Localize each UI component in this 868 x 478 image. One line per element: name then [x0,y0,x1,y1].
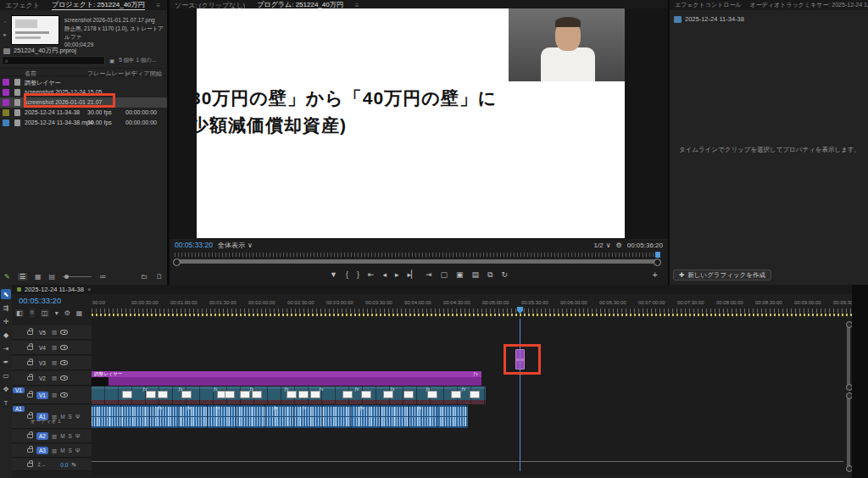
tab-effects[interactable]: エフェクト [5,1,40,10]
voiceover-record-icon[interactable]: Ψ [75,433,80,439]
video-track-header-v3[interactable]: V3▥ [12,356,92,370]
lock-icon[interactable] [27,331,33,335]
sync-lock-icon[interactable]: ▥ [52,375,57,381]
slip-tool[interactable]: ⇥ [1,343,11,353]
go-to-in-icon[interactable]: ⇤ [368,270,375,279]
add-marker-icon[interactable]: ▾ [55,309,58,317]
label-color-chip[interactable] [3,79,9,86]
tab-project[interactable]: プロジェクト: 251224_40万円 [52,0,145,10]
master-track-header[interactable]: ミ..0.0↹ [12,459,92,471]
preview-thumbnail[interactable] [11,15,59,45]
rectangle-tool[interactable]: ▭ [1,370,11,381]
voiceover-record-icon[interactable]: Ψ [75,414,80,420]
master-level-value[interactable]: 0.0 [60,462,68,468]
icon-view-icon[interactable]: ▦ [35,273,42,281]
program-playhead[interactable] [655,252,660,258]
label-color-chip[interactable] [3,99,9,106]
track-name-a2[interactable]: A2 [36,432,48,440]
program-zoom-scrollbar[interactable] [175,259,659,264]
settings-wrench-icon[interactable]: ⚙ [64,309,70,317]
audio-track-header-a3[interactable]: A3▥MSΨ [12,444,92,458]
toggle-track-output-icon[interactable] [60,330,68,335]
selection-tool[interactable]: ⬉ [1,289,11,299]
caption-icon[interactable]: ▦ [76,309,83,317]
button-editor-add-icon[interactable]: + [653,270,658,280]
label-color-chip[interactable] [3,89,9,96]
sync-lock-icon[interactable]: ▥ [52,344,57,351]
list-view-icon[interactable]: ☰ [18,273,27,281]
mark-out-icon[interactable]: } [357,270,359,279]
solo-button[interactable]: S [69,414,72,420]
sync-lock-icon[interactable]: ▥ [52,392,57,398]
lock-icon[interactable] [27,393,33,397]
track-name-v5[interactable]: V5 [36,329,48,336]
panel-menu-icon[interactable]: ≡ [157,2,161,9]
pen-tool[interactable]: ✒ [1,357,11,367]
mark-in-icon[interactable]: { [346,270,348,279]
thumbnail-zoom-slider[interactable] [63,276,92,277]
snap-icon[interactable]: ◧ [15,309,24,317]
lock-icon[interactable] [27,376,33,381]
voiceover-record-icon[interactable]: Ψ [75,447,80,453]
mute-button[interactable]: M [60,447,64,453]
settings-wrench-icon[interactable]: ⚙ [616,242,622,249]
lock-icon[interactable] [27,434,33,438]
toggle-track-output-icon[interactable] [60,392,68,397]
export-frame-icon[interactable]: ▤ [472,270,480,279]
video-track-header-v4[interactable]: V4▥ [12,341,92,355]
program-mini-ruler[interactable] [175,253,659,257]
source-patch-v1[interactable]: V1 [13,387,25,393]
video-track-header-v2[interactable]: V2▥ [12,371,92,386]
timeline-current-timecode[interactable]: 00:05:33:20 [19,296,61,305]
lift-icon[interactable]: ▢ [441,270,448,279]
clip-v1-video[interactable]: ƒxƒxƒxƒxƒxƒxƒxƒxƒxƒx [92,386,486,404]
audio-track-header-a2[interactable]: A2▥MSΨ [12,430,92,443]
lock-icon[interactable] [27,361,33,365]
toggle-track-output-icon[interactable] [60,375,68,381]
label-color-chip[interactable] [3,109,9,116]
sort-icon[interactable]: ≔ [99,273,106,281]
settings-icon[interactable]: ↻ [502,270,509,279]
new-bin-icon[interactable]: 🗀 [141,273,147,281]
go-to-out-icon[interactable]: ⇥ [426,270,432,279]
new-graphic-button[interactable]: ✚ 新しいグラフィックを作成 [673,270,771,281]
mute-button[interactable]: M [60,433,64,439]
filter-badge-icon[interactable]: ▣ [109,58,114,64]
project-item-row[interactable]: screenshot 2026-01-01 21.07 [0,97,167,108]
comparison-view-icon[interactable]: ⧉ [487,270,492,280]
toggle-track-output-icon[interactable] [60,360,68,365]
fit-track-icon[interactable]: ↹ [71,461,75,468]
razor-tool[interactable]: ◆ [1,330,11,340]
clip-v2-adjustment-layer[interactable]: 調整レイヤー ƒx [92,371,481,386]
solo-button[interactable]: S [69,433,72,439]
step-forward-icon[interactable]: ▸▏ [408,270,417,279]
video-tracks-scrollbar[interactable] [847,324,850,388]
solo-button[interactable]: S [69,447,72,453]
hand-tool[interactable]: ✥ [1,384,11,394]
play-icon[interactable]: ▸ [395,270,399,279]
sync-lock-icon[interactable]: ▥ [52,359,57,366]
audio-track-header-a1[interactable]: A1A1▥MSΨオーディオ 1 [12,405,92,429]
toggle-track-output-icon[interactable] [60,345,68,350]
project-item-row[interactable]: screenshot 2025-12-24 15.05 [0,87,167,97]
track-select-tool[interactable]: ⇶ [1,303,11,313]
play-preview-icon[interactable]: ▸ [3,31,7,38]
track-name-v2[interactable]: V2 [36,375,48,382]
type-tool[interactable]: T [1,397,11,408]
timeline-ruler[interactable]: 00:0000:00:30:0000:01:00:0000:01:30:0000… [92,297,852,319]
source-patch-a1[interactable]: A1 [13,406,25,412]
track-name-v1[interactable]: V1 [36,392,48,399]
sync-lock-icon[interactable]: ▥ [52,447,57,454]
close-icon[interactable]: × [87,286,91,293]
nest-icon[interactable]: ◫ [41,309,49,317]
edit-icon[interactable]: ✎ [4,273,10,281]
sync-lock-icon[interactable]: ▥ [52,433,57,440]
linked-selection-icon[interactable]: ⌗ [30,308,36,317]
track-name-v3[interactable]: V3 [36,359,48,367]
project-item-row[interactable]: 調整レイヤー [0,77,167,87]
add-marker-icon[interactable]: ▼ [330,270,337,279]
freeform-view-icon[interactable]: ▤ [48,273,55,281]
audio-tracks-scrollbar[interactable] [847,395,850,470]
clip-a1-audio[interactable]: ƒxƒxƒxƒxƒxƒxƒx [92,405,468,428]
step-back-icon[interactable]: ◂ [382,270,387,279]
